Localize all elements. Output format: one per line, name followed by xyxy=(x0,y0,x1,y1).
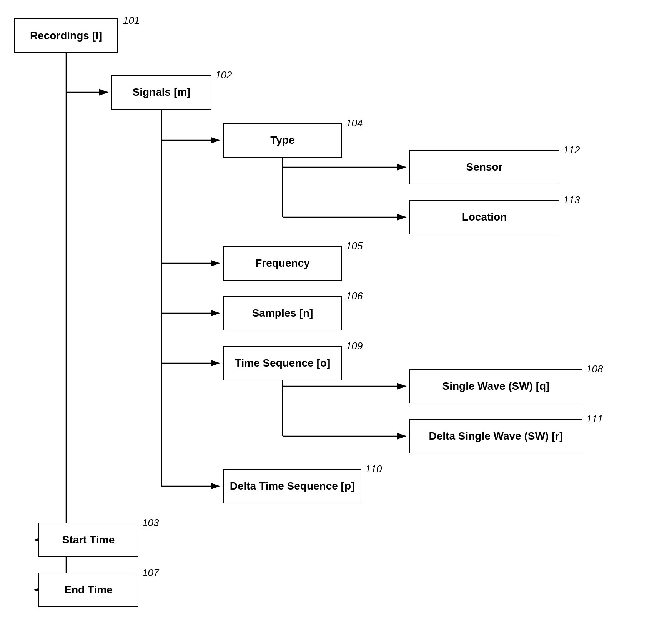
ref-109: 109 xyxy=(346,340,363,352)
ref-110: 110 xyxy=(365,463,382,475)
ref-108: 108 xyxy=(586,363,603,375)
ref-103: 103 xyxy=(142,517,159,529)
frequency-node: Frequency xyxy=(223,246,342,281)
starttime-node: Start Time xyxy=(38,523,138,557)
recordings-node: Recordings [l] xyxy=(14,18,118,53)
sensor-node: Sensor xyxy=(409,150,559,184)
deltatimeseq-node: Delta Time Sequence [p] xyxy=(223,469,361,503)
ref-102: 102 xyxy=(215,69,232,81)
frequency-label: Frequency xyxy=(255,257,310,269)
location-node: Location xyxy=(409,200,559,234)
samples-node: Samples [n] xyxy=(223,296,342,330)
ref-106: 106 xyxy=(346,290,363,302)
samples-label: Samples [n] xyxy=(252,307,313,319)
singlewave-label: Single Wave (SW) [q] xyxy=(442,380,550,392)
sensor-label: Sensor xyxy=(466,161,503,173)
ref-111: 111 xyxy=(586,413,603,425)
ref-107: 107 xyxy=(142,567,159,579)
signals-node: Signals [m] xyxy=(111,75,211,110)
endtime-label: End Time xyxy=(64,584,113,596)
recordings-label: Recordings [l] xyxy=(30,30,102,42)
deltawave-label: Delta Single Wave (SW) [r] xyxy=(429,430,563,442)
deltatimeseq-label: Delta Time Sequence [p] xyxy=(230,480,355,492)
ref-101: 101 xyxy=(123,15,140,27)
timeseq-label: Time Sequence [o] xyxy=(235,357,330,369)
ref-113: 113 xyxy=(563,194,580,206)
type-label: Type xyxy=(270,134,294,146)
location-label: Location xyxy=(462,211,507,223)
deltawave-node: Delta Single Wave (SW) [r] xyxy=(409,419,582,453)
type-node: Type xyxy=(223,123,342,158)
ref-112: 112 xyxy=(563,144,580,156)
ref-105: 105 xyxy=(346,240,363,252)
timeseq-node: Time Sequence [o] xyxy=(223,346,342,380)
signals-label: Signals [m] xyxy=(133,86,191,98)
diagram-container: Recordings [l] 101 Signals [m] 102 Type … xyxy=(0,0,672,621)
ref-104: 104 xyxy=(346,117,363,129)
starttime-label: Start Time xyxy=(62,534,115,546)
endtime-node: End Time xyxy=(38,573,138,607)
singlewave-node: Single Wave (SW) [q] xyxy=(409,369,582,403)
